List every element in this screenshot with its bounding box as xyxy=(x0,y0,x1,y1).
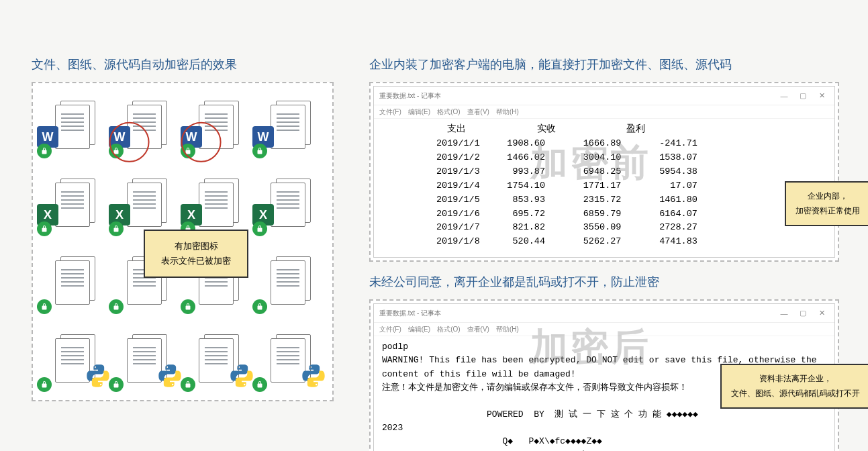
left-column: 文件、图纸、源代码自动加密后的效果 WWWWXXXX 有加密图标 表示文件已被加… xyxy=(32,56,334,401)
menu-item[interactable]: 帮助(H) xyxy=(496,325,519,334)
file-item xyxy=(44,329,106,388)
python-icon xyxy=(300,362,327,389)
menu-item[interactable]: 文件(F) xyxy=(379,107,401,117)
notepad-title-text-after: 重要数据.txt - 记事本 xyxy=(379,309,777,318)
file-item xyxy=(115,329,178,388)
notepad-before-box: 重要数据.txt - 记事本 — ▢ ✕ 文件(F)编辑(E)格式(O)查看(V… xyxy=(369,82,839,262)
tag-internal: 企业内部， 加密资料正常使用 xyxy=(785,181,868,226)
notepad-menu-after: 文件(F)编辑(E)格式(O)查看(V)帮助(H) xyxy=(374,323,834,336)
encrypted-callout: 有加密图标 表示文件已被加密 xyxy=(144,230,248,278)
file-item: X xyxy=(115,173,178,232)
menu-item[interactable]: 编辑(E) xyxy=(408,325,430,334)
highlight-circle xyxy=(109,122,149,162)
tag2-line2: 文件、图纸、源代码都乱码或打不开 xyxy=(731,387,860,401)
right-bottom-title: 未经公司同意，离开企业都是乱码或打不开，防止泄密 xyxy=(369,274,839,290)
right-top-title: 企业内装了加密客户端的电脑，能直接打开加密文件、图纸、源代码 xyxy=(369,56,839,72)
menu-item[interactable]: 帮助(H) xyxy=(496,107,519,117)
python-icon xyxy=(228,362,255,389)
lock-icon xyxy=(181,299,195,314)
lock-icon xyxy=(252,221,267,236)
file-item: X xyxy=(187,173,250,232)
file-item: W xyxy=(115,95,178,154)
file-item xyxy=(44,251,106,310)
lock-icon xyxy=(37,299,52,314)
notepad-before: 重要数据.txt - 记事本 — ▢ ✕ 文件(F)编辑(E)格式(O)查看(V… xyxy=(373,86,835,258)
encrypted-files-box: WWWWXXXX 有加密图标 表示文件已被加密 xyxy=(32,82,334,401)
maximize-icon[interactable]: ▢ xyxy=(795,308,810,319)
lock-icon xyxy=(181,377,195,392)
lock-icon xyxy=(37,144,52,158)
notepad-titlebar: 重要数据.txt - 记事本 — ▢ ✕ xyxy=(374,87,834,105)
tag1-line1: 企业内部， xyxy=(795,189,860,204)
minimize-icon[interactable]: — xyxy=(777,308,791,319)
close-icon[interactable]: ✕ xyxy=(814,308,829,319)
menu-item[interactable]: 文件(F) xyxy=(379,325,401,334)
file-item: X xyxy=(44,173,106,232)
lock-icon xyxy=(252,377,267,392)
maximize-icon[interactable]: ▢ xyxy=(795,91,810,101)
lock-icon xyxy=(37,221,52,236)
lock-icon xyxy=(109,299,124,314)
notepad-title-text: 重要数据.txt - 记事本 xyxy=(379,91,777,101)
menu-item[interactable]: 查看(V) xyxy=(467,325,489,334)
minimize-icon[interactable]: — xyxy=(777,91,791,101)
menu-item[interactable]: 编辑(E) xyxy=(408,107,430,117)
close-icon[interactable]: ✕ xyxy=(814,91,829,101)
lock-icon xyxy=(109,221,124,236)
notepad-titlebar-after: 重要数据.txt - 记事本 — ▢ ✕ xyxy=(374,304,834,323)
lock-icon xyxy=(252,144,267,158)
file-item: W xyxy=(259,95,322,154)
lock-icon xyxy=(109,377,124,392)
file-item xyxy=(187,329,250,388)
window-controls: — ▢ ✕ xyxy=(777,91,829,101)
file-item: W xyxy=(44,95,106,154)
tag1-line2: 加密资料正常使用 xyxy=(795,204,860,219)
notepad-menu: 文件(F)编辑(E)格式(O)查看(V)帮助(H) xyxy=(374,105,834,119)
window-controls-after: — ▢ ✕ xyxy=(777,308,829,319)
lock-icon xyxy=(37,377,52,392)
file-item xyxy=(259,329,322,388)
file-item xyxy=(259,251,322,310)
menu-item[interactable]: 格式(O) xyxy=(437,325,460,334)
file-item: W xyxy=(187,95,250,154)
callout-line1: 有加密图标 xyxy=(161,239,231,254)
highlight-circle xyxy=(181,122,221,162)
menu-item[interactable]: 查看(V) xyxy=(467,107,489,117)
menu-item[interactable]: 格式(O) xyxy=(437,107,460,117)
tag2-line1: 资料非法离开企业， xyxy=(731,372,860,387)
file-item: X xyxy=(259,173,322,232)
left-title: 文件、图纸、源代码自动加密后的效果 xyxy=(32,56,334,72)
python-icon xyxy=(85,362,111,389)
callout-line2: 表示文件已被加密 xyxy=(161,254,231,268)
python-icon xyxy=(156,362,183,389)
tag-external: 资料非法离开企业， 文件、图纸、源代码都乱码或打不开 xyxy=(720,364,868,409)
lock-icon xyxy=(252,299,267,314)
